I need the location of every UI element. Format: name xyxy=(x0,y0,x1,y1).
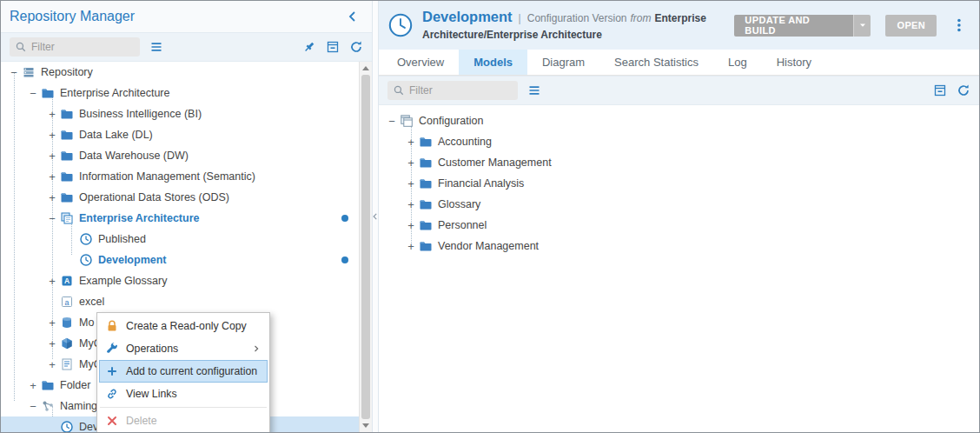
tree-item-data-lake-dl[interactable]: +Data Lake (DL) xyxy=(1,124,359,145)
refresh-icon[interactable] xyxy=(957,83,970,97)
tree-item-label: Operational Data Stores (ODS) xyxy=(79,191,233,203)
cube-icon xyxy=(60,336,74,350)
list-icon xyxy=(60,357,74,371)
collapse-all-icon[interactable] xyxy=(933,83,947,97)
tree-item-excel[interactable]: aexcel xyxy=(1,291,359,312)
configuration-header: Development|Configuration VersionfromEnt… xyxy=(379,1,979,50)
menu-item-add-to-current-configuration[interactable]: Add to current configuration xyxy=(99,360,268,383)
tree-item-label: Data Lake (DL) xyxy=(79,129,156,141)
tree-item-configuration[interactable]: −Configuration xyxy=(379,110,979,131)
development-version-icon xyxy=(387,12,414,38)
expand-icon[interactable]: + xyxy=(405,157,417,169)
menu-separator xyxy=(100,407,267,408)
tree-item-label: Enterprise Architecture xyxy=(60,87,173,99)
tree-item-data-warehouse-dw[interactable]: +Data Warehouse (DW) xyxy=(1,145,359,166)
collapse-panel-icon[interactable] xyxy=(346,10,360,23)
expand-icon[interactable]: + xyxy=(46,130,58,141)
tree-item-business-intelligence-bi[interactable]: +Business Intelligence (BI) xyxy=(1,103,359,124)
deleteX-icon xyxy=(105,414,119,428)
database-icon xyxy=(60,316,74,330)
expand-icon[interactable]: + xyxy=(46,171,58,183)
collapse-icon[interactable]: − xyxy=(27,88,39,99)
collapse-icon[interactable]: − xyxy=(386,116,398,127)
collapse-all-icon[interactable] xyxy=(326,40,340,54)
tab-log[interactable]: Log xyxy=(713,50,762,75)
glossary-icon: A xyxy=(60,274,74,288)
expand-icon[interactable]: + xyxy=(405,178,417,190)
menu-item-view-links[interactable]: View Links xyxy=(99,383,268,405)
folder-icon xyxy=(419,156,433,170)
scroll-down-icon[interactable] xyxy=(360,419,372,432)
tab-overview[interactable]: Overview xyxy=(382,50,459,75)
tab-diagram[interactable]: Diagram xyxy=(527,50,599,75)
tab-models[interactable]: Models xyxy=(459,50,527,75)
expand-icon[interactable]: + xyxy=(46,192,58,203)
collapse-icon[interactable]: − xyxy=(8,67,20,78)
expand-icon[interactable]: + xyxy=(46,276,58,287)
tree-item-repository[interactable]: −Repository xyxy=(1,62,359,83)
tree-item-customer-management[interactable]: +Customer Management xyxy=(379,152,979,173)
left-filter-input[interactable] xyxy=(31,41,135,53)
expand-icon[interactable]: + xyxy=(46,338,58,350)
clock-icon xyxy=(60,420,74,432)
tree-item-label: excel xyxy=(79,296,108,308)
refresh-icon[interactable] xyxy=(349,40,363,54)
tree-item-enterprise-architecture[interactable]: −Enterprise Architecture xyxy=(1,208,359,229)
plusBlue-icon xyxy=(105,364,119,378)
open-button[interactable]: OPEN xyxy=(885,15,937,37)
expand-icon[interactable]: + xyxy=(46,359,58,370)
menu-item-label: Operations xyxy=(126,343,178,355)
update-and-build-label[interactable]: UPDATE AND BUILD xyxy=(734,15,852,37)
folder-icon xyxy=(60,107,74,121)
tree-item-information-management-semantic[interactable]: +Information Management (Semantic) xyxy=(1,166,359,187)
tree-item-label: Naming xyxy=(60,400,101,412)
folder-icon xyxy=(419,239,433,253)
status-dot xyxy=(341,256,348,263)
tree-item-label: Financial Analysis xyxy=(438,177,527,190)
panel-splitter[interactable] xyxy=(372,1,379,432)
tree-item-operational-data-stores-ods[interactable]: +Operational Data Stores (ODS) xyxy=(1,187,359,208)
expand-icon[interactable]: + xyxy=(405,137,417,148)
filter-menu-icon[interactable] xyxy=(149,40,163,54)
from-word: from xyxy=(630,12,651,24)
tree-item-label: Customer Management xyxy=(438,157,555,169)
tree-item-label: Vendor Management xyxy=(438,240,542,252)
tree-item-personnel[interactable]: +Personnel xyxy=(379,215,979,236)
tree-item-accounting[interactable]: +Accounting xyxy=(379,131,979,152)
search-icon xyxy=(15,41,27,53)
expand-icon[interactable]: + xyxy=(405,199,417,210)
expand-icon[interactable]: + xyxy=(405,220,417,231)
expand-icon[interactable]: + xyxy=(46,317,58,329)
tree-item-example-glossary[interactable]: +AExample Glossary xyxy=(1,270,359,291)
tree-item-glossary[interactable]: +Glossary xyxy=(379,194,979,215)
configuration-tree: −Configuration+Accounting+Customer Manag… xyxy=(379,105,979,432)
tree-item-vendor-management[interactable]: +Vendor Management xyxy=(379,236,979,256)
expand-icon[interactable]: + xyxy=(27,380,39,391)
filter-menu-icon[interactable] xyxy=(527,83,541,97)
pin-icon[interactable] xyxy=(302,40,316,54)
expand-icon[interactable]: + xyxy=(46,109,58,120)
tree-item-enterprise-architecture[interactable]: −Enterprise Architecture xyxy=(1,83,359,103)
svg-text:a: a xyxy=(64,298,69,307)
menu-item-operations[interactable]: Operations xyxy=(99,337,268,360)
tree-item-published[interactable]: Published xyxy=(1,229,359,250)
more-options-icon[interactable] xyxy=(951,17,967,33)
excel-icon: a xyxy=(60,295,74,309)
right-filter-input[interactable] xyxy=(409,84,513,97)
tree-item-financial-analysis[interactable]: +Financial Analysis xyxy=(379,173,979,194)
tab-history[interactable]: History xyxy=(762,50,826,75)
tree-item-development[interactable]: Development xyxy=(1,250,359,270)
menu-item-create-a-read-only-copy[interactable]: Create a Read-only Copy xyxy=(99,315,268,337)
update-and-build-dropdown[interactable] xyxy=(853,15,871,37)
tree-item-label: Glossary xyxy=(438,198,484,210)
expand-icon[interactable]: + xyxy=(46,150,58,162)
status-dot xyxy=(341,215,348,222)
scroll-up-icon[interactable] xyxy=(360,62,372,75)
expand-icon[interactable]: + xyxy=(405,241,417,252)
update-and-build-button[interactable]: UPDATE AND BUILD xyxy=(734,15,871,37)
left-scrollbar[interactable] xyxy=(359,62,372,432)
collapse-icon[interactable]: − xyxy=(46,213,58,224)
collapse-icon[interactable]: − xyxy=(27,401,39,412)
tab-search-statistics[interactable]: Search Statistics xyxy=(599,50,713,75)
scrollbar-thumb[interactable] xyxy=(361,75,370,419)
